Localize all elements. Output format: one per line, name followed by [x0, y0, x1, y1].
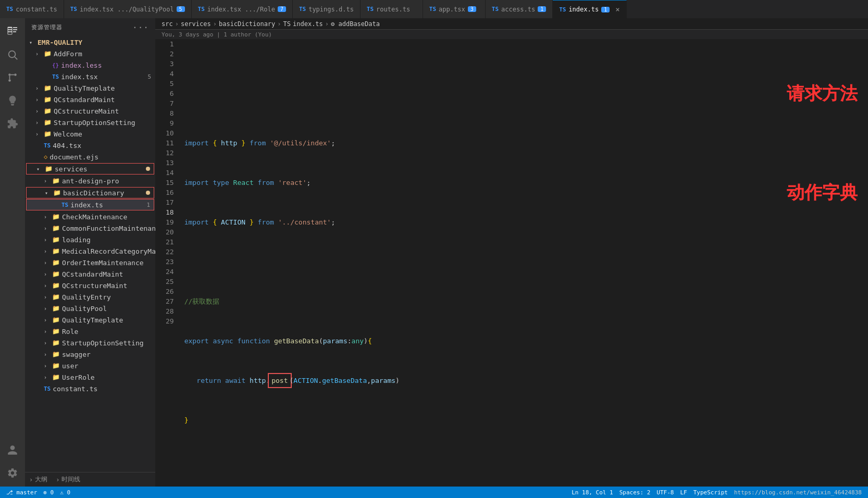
folder-icon-antdesign: 📁 — [52, 177, 60, 184]
tree-item-basicdictionary[interactable]: ▾ 📁 basicDictionary — [26, 187, 154, 198]
tree-item-qcstrm2[interactable]: › 📁 QCstructureMaint — [25, 280, 155, 291]
tree-item-startup2[interactable]: › 📁 StartupOptionSetting — [25, 337, 155, 348]
tab-index-qualitypool[interactable]: TS index.tsx .../QualityPool 5 — [64, 0, 192, 18]
ln-26: 26 — [166, 287, 174, 296]
tree-item-checkmaintenance[interactable]: › 📁 CheckMaintenance — [25, 211, 155, 222]
code-container[interactable]: 1 2 3 4 5 6 7 8 9 10 11 12 13 14 15 16 1… — [155, 39, 868, 487]
tab-close-icon[interactable]: × — [615, 6, 619, 13]
tree-indexts-label: index.ts — [70, 201, 103, 209]
tree-item-orderitem[interactable]: › 📁 OrderItemMaintenance — [25, 257, 155, 268]
tree-item-404[interactable]: TS 404.tsx — [25, 140, 155, 151]
tree-item-constantts[interactable]: TS constant.ts — [25, 383, 155, 394]
ln-3: 3 — [166, 59, 174, 69]
qcstrm-arrow-icon: › — [35, 108, 44, 114]
tree-qt-label: QualityTmeplate — [54, 84, 115, 92]
tree-item-qcstructuremaint[interactable]: › 📁 QCstructureMaint — [25, 105, 155, 117]
user-arrow-icon: › — [44, 363, 52, 369]
breadcrumb-sep4: › — [325, 20, 329, 28]
ts-file-icon-404: TS — [44, 142, 51, 149]
ln-6: 6 — [166, 89, 174, 98]
tree-item-qt2[interactable]: › 📁 QualityTmeplate — [25, 314, 155, 326]
tab-app-label: app.tsx — [439, 6, 465, 13]
tab-index-role[interactable]: TS index.tsx .../Role 7 — [192, 0, 293, 18]
tab-index-active[interactable]: TS index.ts 1 × — [553, 0, 626, 18]
tree-item-services[interactable]: ▾ 📁 services — [26, 163, 154, 175]
ln-14: 14 — [166, 168, 174, 178]
outline-label: 大纲 — [35, 475, 47, 484]
activity-explorer[interactable] — [3, 22, 22, 41]
tree-item-commonfunc[interactable]: › 📁 CommonFunctionMaintenance — [25, 222, 155, 234]
folder-icon-welcome: 📁 — [44, 130, 52, 138]
tab-qp-label: index.tsx .../QualityPool — [80, 6, 174, 13]
tree-root[interactable]: ▾ EMR-QUALITY — [25, 36, 155, 48]
breadcrumb-basicdictionary: basicDictionary — [219, 20, 275, 28]
swagger-arrow-icon: › — [44, 352, 52, 357]
tree-item-indexts[interactable]: TS index.ts 1 — [26, 199, 154, 210]
tree-item-document[interactable]: ◇ document.ejs — [25, 151, 155, 163]
tab-app[interactable]: TS app.tsx 3 — [423, 0, 486, 18]
tree-item-qualitytmeplate[interactable]: › 📁 QualityTmeplate — [25, 82, 155, 94]
sidebar-content: ▾ EMR-QUALITY › 📁 AddForm {} index.less … — [25, 36, 155, 472]
tab-typings-label: typings.d.ts — [308, 6, 354, 13]
tree-item-qcstandardmaint[interactable]: › 📁 QCstandardMaint — [25, 94, 155, 105]
status-eol: LF — [680, 489, 687, 496]
ln-16: 16 — [166, 188, 174, 197]
activity-git[interactable] — [3, 68, 22, 87]
code-line-4 — [184, 257, 858, 267]
tree-item-indexless[interactable]: {} index.less — [25, 59, 155, 71]
tree-item-addform[interactable]: › 📁 AddForm — [25, 48, 155, 59]
git-blame-text: You, 3 days ago | 1 author (You) — [162, 31, 272, 38]
tree-item-welcome[interactable]: › 📁 Welcome — [25, 128, 155, 140]
tab-typings[interactable]: TS typings.d.ts — [293, 0, 361, 18]
tree-item-medrecord[interactable]: › 📁 MedicalRecordCategoryMaint — [25, 245, 155, 257]
medrecord-arrow-icon: › — [44, 248, 52, 254]
folder-icon-userrole: 📁 — [52, 374, 60, 381]
folder-icon-swagger: 📁 — [52, 351, 60, 358]
svg-point-5 — [8, 79, 11, 82]
tree-item-startup[interactable]: › 📁 StartupOptionSetting — [25, 117, 155, 128]
tree-item-role[interactable]: › 📁 Role — [25, 326, 155, 337]
ln-11: 11 — [166, 138, 174, 148]
tree-item-qualityentry[interactable]: › 📁 QualityEntry — [25, 291, 155, 303]
tab-constant[interactable]: TS constant.ts — [0, 0, 64, 18]
outline-panel[interactable]: › 大纲 — [29, 475, 47, 484]
breadcrumb: src › services › basicDictionary › TS in… — [155, 18, 868, 30]
tree-item-qcsm2[interactable]: › 📁 QCstandardMaint — [25, 268, 155, 280]
code-line-6: export async function getBaseData(params… — [184, 336, 858, 346]
tab-qp-count: 5 — [177, 6, 185, 12]
editor-area: src › services › basicDictionary › TS in… — [155, 18, 868, 487]
activity-extensions[interactable] — [3, 114, 22, 133]
activity-account[interactable] — [3, 441, 22, 459]
tree-item-user[interactable]: › 📁 user — [25, 360, 155, 371]
tab-access[interactable]: TS access.ts 1 — [486, 0, 553, 18]
tree-item-qualitypool[interactable]: › 📁 QualityPool — [25, 303, 155, 314]
tab-routes-label: routes.ts — [376, 6, 410, 13]
tree-item-userrole[interactable]: › 📁 UserRole — [25, 371, 155, 383]
breadcrumb-addbasedata: ⚙ addBaseData — [331, 20, 380, 28]
tree-item-indextsx[interactable]: TS index.tsx 5 — [25, 71, 155, 82]
ln-9: 9 — [166, 118, 174, 128]
qp-arrow-icon: › — [44, 306, 52, 312]
tree-item-antdesign[interactable]: › 📁 ant-design-pro — [25, 175, 155, 186]
annotation-label-1: 请求方法 — [787, 89, 858, 98]
activity-debug[interactable] — [3, 91, 22, 110]
tree-404-label: 404.tsx — [53, 142, 81, 150]
sidebar-more-icon[interactable]: ··· — [132, 22, 149, 32]
tree-constantts-label: constant.ts — [53, 385, 97, 393]
tree-qt2-label: QualityTmeplate — [62, 316, 123, 324]
tab-routes[interactable]: TS routes.ts — [361, 0, 423, 18]
timeline-panel[interactable]: › 时间线 — [56, 475, 80, 484]
activity-settings[interactable] — [3, 464, 22, 482]
tree-indextsx-label: index.tsx — [61, 73, 97, 81]
svg-point-4 — [14, 73, 17, 76]
folder-icon-qe: 📁 — [52, 293, 60, 301]
ln-23: 23 — [166, 257, 174, 267]
tree-cm-label: CheckMaintenance — [62, 213, 127, 221]
activity-search[interactable] — [3, 45, 22, 64]
tree-item-swagger[interactable]: › 📁 swagger — [25, 348, 155, 360]
less-icon: {} — [52, 62, 59, 69]
code-line-1: import { http } from '@/utils/index'; — [184, 138, 858, 148]
tree-item-loading[interactable]: › 📁 loading — [25, 234, 155, 245]
qt2-arrow-icon: › — [44, 317, 52, 323]
status-spaces: Spaces: 2 — [619, 489, 651, 496]
